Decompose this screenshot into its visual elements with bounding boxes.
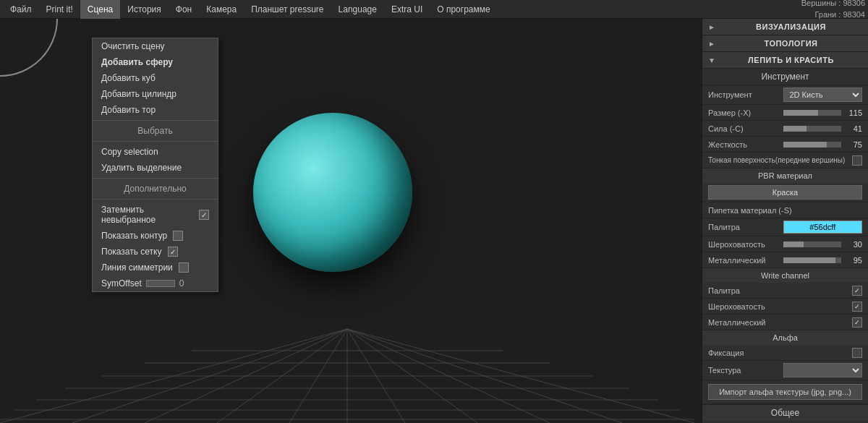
right-panel: ► ВИЗУАЛИЗАЦИЯ ► ТОПОЛОГИЯ ▼ ЛЕПИТЬ И КР… bbox=[702, 19, 868, 423]
size-value: 115 bbox=[844, 108, 862, 117]
add-cube-item[interactable]: Добавить куб bbox=[93, 70, 218, 86]
pipette-row: Пипетка материал (-S) bbox=[702, 202, 868, 218]
size-label: Размер (-X) bbox=[708, 108, 780, 117]
metallic-slider-fill bbox=[783, 257, 835, 263]
menu-print[interactable]: Print it! bbox=[39, 0, 80, 19]
sculpt-title: ЛЕПИТЬ И КРАСИТЬ bbox=[720, 56, 862, 64]
show-grid-checkbox[interactable] bbox=[168, 247, 178, 257]
symoffset-value: 0 bbox=[179, 278, 184, 289]
roughness-slider[interactable] bbox=[783, 242, 841, 247]
show-contour-checkbox[interactable] bbox=[173, 231, 183, 241]
import-alpha-row: Импорт альфа текстуры (jpg, png...) bbox=[702, 380, 868, 404]
write-metallic-checkbox[interactable] bbox=[852, 317, 862, 328]
metallic-row: Металлический 95 bbox=[702, 252, 868, 268]
menu-scene[interactable]: Сцена bbox=[80, 0, 120, 19]
menu-camera[interactable]: Камера bbox=[199, 0, 244, 19]
copy-selection-item[interactable]: Copy selection bbox=[93, 144, 218, 160]
menu-extra[interactable]: Extra UI bbox=[384, 0, 430, 19]
darken-unselected-label: Затемнить невыбранное bbox=[101, 205, 193, 225]
fixation-row: Фиксация bbox=[702, 345, 868, 361]
symoffset-label: SymOffset bbox=[101, 278, 142, 289]
palette-row: Палитра #56dcff bbox=[702, 218, 868, 236]
sculpt-arrow: ▼ bbox=[708, 56, 715, 64]
sculpt-section-header[interactable]: ▼ ЛЕПИТЬ И КРАСИТЬ bbox=[702, 52, 868, 69]
show-grid-item[interactable]: Показать сетку bbox=[93, 244, 218, 260]
hardness-slider[interactable] bbox=[783, 142, 841, 148]
symmetry-line-item[interactable]: Линия симметрии bbox=[93, 260, 218, 275]
write-palette-row: Палитра bbox=[702, 283, 868, 299]
menu-file[interactable]: Файл bbox=[3, 0, 39, 19]
alpha-title: Альфа bbox=[702, 330, 868, 345]
metallic-slider[interactable] bbox=[783, 257, 841, 263]
menu-language[interactable]: Language bbox=[331, 0, 384, 19]
darken-unselected-checkbox[interactable] bbox=[199, 210, 209, 220]
write-roughness-checkbox[interactable] bbox=[852, 302, 862, 312]
delete-selection-item[interactable]: Удалить выделение bbox=[93, 160, 218, 176]
metallic-value: 95 bbox=[844, 256, 862, 265]
strength-row: Сила (-C) 41 bbox=[702, 121, 868, 137]
symmetry-line-label: Линия симметрии bbox=[101, 262, 173, 273]
quarter-circle-decoration bbox=[0, 19, 58, 77]
size-slider[interactable] bbox=[783, 110, 841, 116]
show-contour-item[interactable]: Показать контур bbox=[93, 228, 218, 244]
palette-color-swatch[interactable]: #56dcff bbox=[783, 221, 863, 234]
roughness-label: Шероховатость bbox=[708, 240, 780, 249]
menu-bar: Файл Print it! Сцена История Фон Камера … bbox=[0, 0, 868, 19]
symmetry-line-checkbox[interactable] bbox=[179, 262, 189, 273]
general-section[interactable]: Общее bbox=[702, 404, 868, 421]
main-area: Очистить сцену Добавить сферу Добавить к… bbox=[0, 19, 868, 423]
3d-sphere bbox=[253, 113, 412, 272]
roughness-row: Шероховатость 30 bbox=[702, 236, 868, 252]
viewport[interactable]: Очистить сцену Добавить сферу Добавить к… bbox=[0, 19, 702, 423]
symoffset-slider[interactable] bbox=[146, 280, 175, 287]
tool-label: Инструмент bbox=[708, 90, 780, 99]
texture-row: Текстура bbox=[702, 361, 868, 380]
menu-about[interactable]: О программе bbox=[430, 0, 497, 19]
scene-dropdown-menu: Очистить сцену Добавить сферу Добавить к… bbox=[92, 38, 218, 292]
paint-btn-row: Краска bbox=[702, 183, 868, 202]
add-sphere-item[interactable]: Добавить сферу bbox=[93, 54, 218, 70]
visualization-section-header[interactable]: ► ВИЗУАЛИЗАЦИЯ bbox=[702, 19, 868, 35]
topology-section-header[interactable]: ► ТОПОЛОГИЯ bbox=[702, 35, 868, 52]
write-palette-label: Палитра bbox=[708, 286, 849, 295]
menu-tablet[interactable]: Планшет pressure bbox=[244, 0, 331, 19]
size-slider-fill bbox=[783, 110, 818, 116]
texture-select[interactable] bbox=[783, 363, 863, 377]
write-metallic-label: Металлический bbox=[708, 318, 849, 327]
instrument-subsection: Инструмент bbox=[702, 69, 868, 85]
texture-label: Текстура bbox=[708, 366, 780, 375]
strength-slider-fill bbox=[783, 126, 807, 132]
palette-label: Палитра bbox=[708, 223, 780, 231]
darken-unselected-item[interactable]: Затемнить невыбранное bbox=[93, 202, 218, 228]
select-label[interactable]: Выбрать bbox=[93, 123, 218, 139]
pbr-material-title: PBR материал bbox=[702, 168, 868, 183]
add-cylinder-item[interactable]: Добавить цилиндр bbox=[93, 86, 218, 102]
separator-1 bbox=[93, 120, 218, 121]
pipette-label: Пипетка материал (-S) bbox=[708, 206, 862, 215]
menu-background[interactable]: Фон bbox=[169, 0, 199, 19]
face-count: Грани : 98304 bbox=[801, 9, 865, 20]
fixation-label: Фиксация bbox=[708, 349, 849, 357]
roughness-slider-fill bbox=[783, 242, 804, 247]
hardness-value: 75 bbox=[844, 140, 862, 149]
add-torus-item[interactable]: Добавить тор bbox=[93, 102, 218, 118]
visualization-title: ВИЗУАЛИЗАЦИЯ bbox=[720, 22, 862, 31]
hardness-row: Жесткость 75 bbox=[702, 137, 868, 153]
write-roughness-label: Шероховатость bbox=[708, 302, 849, 311]
thin-surface-row: Тонкая поверхность(передние вершины) bbox=[702, 153, 868, 168]
paint-button[interactable]: Краска bbox=[708, 185, 862, 200]
write-metallic-row: Металлический bbox=[702, 315, 868, 330]
thin-surface-checkbox[interactable] bbox=[852, 155, 862, 166]
separator-4 bbox=[93, 199, 218, 200]
clear-scene-item[interactable]: Очистить сцену bbox=[93, 38, 218, 54]
write-palette-checkbox[interactable] bbox=[852, 286, 862, 296]
show-contour-label: Показать контур bbox=[101, 231, 167, 241]
menu-history[interactable]: История bbox=[120, 0, 169, 19]
import-alpha-button[interactable]: Импорт альфа текстуры (jpg, png...) bbox=[708, 384, 862, 400]
metallic-label: Металлический bbox=[708, 256, 780, 265]
fixation-checkbox[interactable] bbox=[852, 348, 862, 358]
strength-slider[interactable] bbox=[783, 126, 841, 132]
topology-title: ТОПОЛОГИЯ bbox=[720, 39, 862, 48]
tool-select[interactable]: 2D Кисть bbox=[783, 87, 863, 102]
visualization-arrow: ► bbox=[708, 23, 715, 31]
